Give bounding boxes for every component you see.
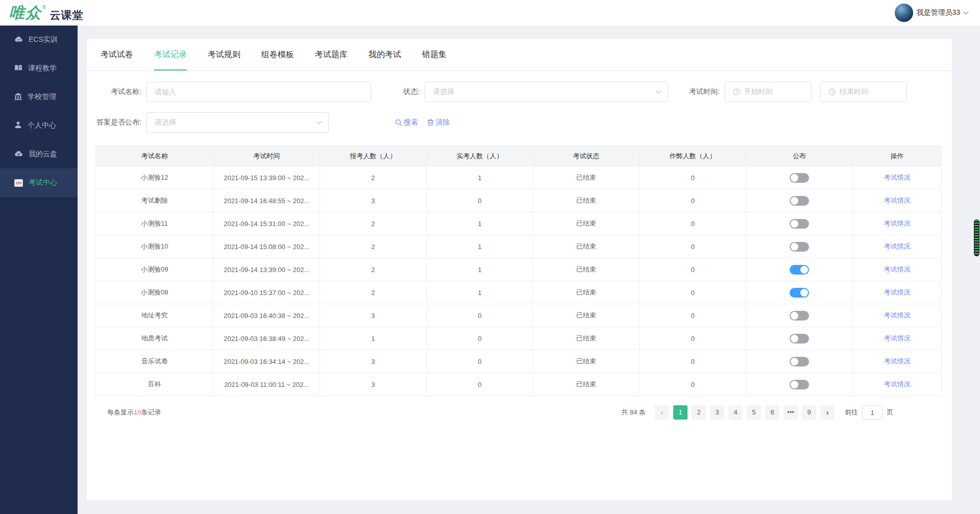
action-cell: 考试情况 (853, 304, 942, 327)
goto-page-input[interactable] (862, 405, 883, 420)
exam-name-cell: 小测验10 (96, 235, 213, 258)
exam-score-icon: 100 (14, 179, 23, 187)
exam-detail-link[interactable]: 考试情况 (884, 174, 911, 181)
exam-time-cell: 2021-09-03 16:34:14 ~ 202... (213, 350, 320, 373)
table-row: 小测验112021-09-14 15:31:00 ~ 202...21已结束0考… (96, 212, 942, 235)
publish-toggle[interactable] (790, 334, 809, 344)
registered-mark-icon: ® (42, 5, 46, 10)
exam-detail-link[interactable]: 考试情况 (884, 242, 911, 250)
table-row: 地质考试2021-09-03 16:38:49 ~ 202...10已结束0考试… (96, 327, 942, 350)
book-icon (14, 64, 22, 73)
publish-toggle[interactable] (790, 242, 809, 252)
filter-panel: 考试名称: 状态: 请选择 考试时间: 开始时间 结束时间 (87, 71, 952, 133)
exam-detail-link[interactable]: 考试情况 (884, 288, 911, 296)
actual-cell: 0 (426, 327, 533, 350)
publish-toggle[interactable] (790, 196, 809, 206)
action-cell: 考试情况 (853, 327, 942, 350)
tab-exam-papers[interactable]: 考试试卷 (101, 39, 133, 70)
building-icon (14, 93, 22, 102)
status-cell: 已结束 (533, 258, 640, 281)
publish-toggle[interactable] (790, 311, 809, 321)
avatar[interactable] (895, 4, 913, 22)
exam-name-cell: 考试删除 (96, 189, 213, 212)
exam-detail-link[interactable]: 考试情况 (884, 334, 911, 342)
publish-toggle[interactable] (790, 357, 809, 366)
sidebar-item-course[interactable]: 课程教学 (0, 54, 78, 83)
publish-cell (746, 327, 853, 350)
exam-name-cell: 地质考试 (96, 327, 213, 350)
page-button-9[interactable]: 9 (802, 405, 816, 420)
sidebar-item-personal[interactable]: 个人中心 (0, 111, 78, 140)
column-header: 考试名称 (96, 146, 213, 166)
publish-toggle[interactable] (790, 265, 809, 275)
table-row: 小测验122021-09-15 13:39:00 ~ 202...21已结束0考… (96, 166, 942, 189)
exam-detail-link[interactable]: 考试情况 (884, 380, 911, 388)
publish-cell (746, 258, 853, 281)
answer-published-select[interactable]: 请选择 (146, 112, 329, 133)
clear-button[interactable]: 清除 (427, 118, 450, 127)
registered-cell: 2 (320, 258, 427, 281)
publish-cell (746, 304, 853, 327)
sidebar-item-label: 课程教学 (28, 64, 57, 73)
pager-ellipsis[interactable]: ••• (783, 405, 798, 420)
start-time-picker[interactable]: 开始时间 (725, 82, 812, 102)
page-buttons: 123456•••9 (671, 405, 818, 420)
status-cell: 已结束 (533, 350, 640, 373)
exam-detail-link[interactable]: 考试情况 (884, 197, 911, 204)
exam-name-field[interactable] (155, 88, 363, 96)
goto-page: 前往 页 (845, 405, 893, 420)
cloud-server-icon (14, 36, 23, 44)
end-time-picker[interactable]: 结束时间 (820, 82, 907, 102)
table-body: 小测验122021-09-15 13:39:00 ~ 202...21已结束0考… (96, 166, 942, 396)
search-button[interactable]: 搜索 (395, 118, 418, 127)
tab-my-exams[interactable]: 我的考试 (369, 39, 401, 70)
publish-cell (746, 235, 853, 258)
status-select[interactable]: 请选择 (425, 82, 668, 102)
publish-toggle[interactable] (790, 219, 809, 229)
cheat-cell: 0 (640, 189, 746, 212)
user-menu[interactable]: 我是管理员33 (895, 4, 969, 22)
cheat-cell: 0 (640, 235, 746, 258)
column-header: 实考人数（人） (426, 146, 533, 166)
exam-name-input[interactable] (146, 82, 371, 102)
exam-detail-link[interactable]: 考试情况 (884, 265, 911, 273)
status-cell: 已结束 (533, 281, 640, 304)
sidebar-item-exam-center[interactable]: 100考试中心 (0, 168, 78, 197)
exam-detail-link[interactable]: 考试情况 (884, 357, 911, 365)
tab-wrong-set[interactable]: 错题集 (422, 39, 447, 70)
exam-detail-link[interactable]: 考试情况 (884, 311, 911, 319)
page-button-2[interactable]: 2 (692, 405, 706, 420)
sidebar-item-label: 学校管理 (28, 92, 56, 102)
sidebar-item-label: ECS实训 (29, 35, 58, 44)
tab-question-bank[interactable]: 考试题库 (315, 39, 348, 70)
table-row: 考试删除2021-09-14 16:48:55 ~ 202...30已结束0考试… (96, 189, 942, 212)
page-button-4[interactable]: 4 (728, 405, 743, 420)
page-button-1[interactable]: 1 (673, 405, 688, 420)
actual-cell: 1 (426, 281, 533, 304)
tab-exam-records[interactable]: 考试记录 (154, 39, 187, 70)
tab-exam-rules[interactable]: 考试规则 (208, 39, 240, 70)
sidebar-item-school[interactable]: 学校管理 (0, 83, 78, 111)
next-page-button[interactable]: › (820, 405, 835, 420)
sidebar-item-ecs[interactable]: ECS实训 (0, 26, 78, 54)
cloud-disk-icon (14, 150, 23, 158)
total-count: 共 84 条 (621, 408, 646, 417)
page-button-5[interactable]: 5 (747, 405, 761, 420)
column-header: 操作 (853, 146, 942, 166)
registered-cell: 2 (320, 235, 427, 258)
publish-toggle[interactable] (790, 173, 809, 183)
scrollbar-thumb[interactable] (974, 219, 979, 256)
tab-paper-template[interactable]: 组卷模板 (261, 39, 294, 70)
sidebar: ECS实训课程教学学校管理个人中心我的云盘100考试中心 (0, 26, 78, 514)
page-button-3[interactable]: 3 (710, 405, 724, 420)
sidebar-item-cloud-disk[interactable]: 我的云盘 (0, 140, 78, 168)
publish-cell (746, 373, 853, 396)
publish-toggle[interactable] (790, 288, 809, 298)
status-cell: 已结束 (533, 304, 640, 327)
page-button-6[interactable]: 6 (765, 405, 779, 420)
exam-detail-link[interactable]: 考试情况 (884, 219, 911, 227)
registered-cell: 2 (320, 166, 427, 189)
exam-records-table: 考试名称考试时间报考人数（人）实考人数（人）考试状态作弊人数（人）公布操作 小测… (95, 145, 942, 396)
publish-toggle[interactable] (790, 380, 809, 389)
prev-page-button[interactable]: ‹ (655, 405, 669, 420)
